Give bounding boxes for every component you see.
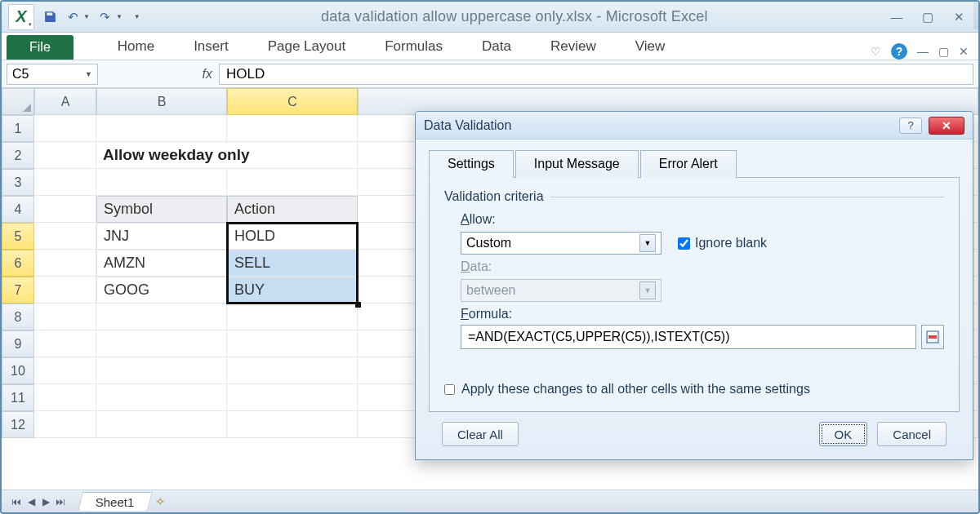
fx-icon[interactable]: fx: [203, 67, 212, 82]
name-box-dropdown-icon[interactable]: ▼: [85, 70, 92, 78]
help-icon[interactable]: ?: [891, 43, 907, 60]
table-header-action[interactable]: Action: [227, 196, 358, 223]
validation-criteria-label: Validation criteria: [444, 189, 550, 204]
name-box-value: C5: [12, 67, 29, 82]
title-bar: X▾ ↶▼ ↷▼ ▼ data validation allow upperca…: [2, 2, 978, 33]
redo-dropdown-icon[interactable]: ▼: [116, 13, 122, 20]
tab-review[interactable]: Review: [531, 33, 616, 60]
row-header-9[interactable]: 9: [2, 330, 34, 357]
ignore-blank-checkbox[interactable]: Ignore blank: [678, 236, 767, 250]
row-header-5[interactable]: 5: [2, 223, 34, 250]
tab-data[interactable]: Data: [462, 33, 531, 60]
tab-formulas[interactable]: Formulas: [365, 33, 462, 60]
allow-dropdown-icon[interactable]: ▼: [639, 234, 656, 252]
cancel-button[interactable]: Cancel: [877, 422, 947, 446]
maximize-icon[interactable]: ▢: [920, 11, 936, 24]
data-validation-dialog: Data Validation ? ✕ Settings Input Messa…: [415, 111, 973, 460]
dialog-close-button[interactable]: ✕: [929, 117, 964, 135]
cell-c7[interactable]: BUY: [227, 277, 358, 304]
dialog-title-bar[interactable]: Data Validation ? ✕: [416, 112, 973, 140]
dialog-tab-error-alert[interactable]: Error Alert: [640, 150, 737, 178]
dialog-help-button[interactable]: ?: [899, 117, 922, 134]
tab-insert[interactable]: Insert: [174, 33, 248, 60]
data-value: between: [466, 283, 516, 298]
quick-access-toolbar: ↶▼ ↷▼ ▼: [42, 10, 140, 24]
cell-b6[interactable]: AMZN: [96, 250, 227, 277]
tab-nav-first-icon[interactable]: ⏮: [10, 496, 23, 507]
formula-value: HOLD: [226, 66, 265, 82]
sheet-tab-label: Sheet1: [96, 495, 135, 509]
data-label: Data:: [461, 259, 944, 274]
name-box[interactable]: C5 ▼: [7, 64, 98, 85]
ribbon-close-icon[interactable]: ✕: [959, 45, 969, 58]
apply-changes-label: Apply these changes to all other cells w…: [461, 382, 810, 397]
dialog-title: Data Validation: [424, 118, 511, 133]
ok-button[interactable]: OK: [819, 422, 868, 446]
tab-page-layout[interactable]: Page Layout: [248, 33, 365, 60]
new-sheet-icon[interactable]: ✧: [155, 494, 166, 509]
tab-nav-prev-icon[interactable]: ◀: [24, 496, 38, 507]
save-icon[interactable]: [42, 10, 57, 24]
row-header-1[interactable]: 1: [2, 115, 34, 142]
row-header-10[interactable]: 10: [2, 357, 34, 384]
cell-b5[interactable]: JNJ: [96, 223, 227, 250]
tab-nav-next-icon[interactable]: ▶: [39, 496, 52, 507]
tab-home[interactable]: Home: [98, 33, 174, 60]
dialog-tab-input-message[interactable]: Input Message: [515, 150, 639, 178]
cell-b7[interactable]: GOOG: [96, 277, 227, 304]
row-header-12[interactable]: 12: [2, 411, 34, 438]
dialog-tab-settings[interactable]: Settings: [429, 150, 514, 178]
row-header-8[interactable]: 8: [2, 304, 34, 330]
allow-value: Custom: [466, 236, 511, 250]
row-header-11[interactable]: 11: [2, 384, 34, 411]
col-header-a[interactable]: A: [34, 88, 96, 115]
cell-c5[interactable]: HOLD: [227, 223, 358, 250]
file-tab[interactable]: File: [7, 35, 74, 60]
clear-all-button[interactable]: Clear All: [442, 422, 519, 446]
col-header-c[interactable]: C: [227, 88, 358, 115]
close-icon[interactable]: ✕: [951, 11, 967, 24]
tab-nav-last-icon[interactable]: ⏭: [54, 496, 67, 507]
allow-label: Allow:: [461, 212, 944, 227]
table-header-symbol[interactable]: Symbol: [96, 196, 227, 223]
fill-handle[interactable]: [355, 302, 361, 308]
svg-rect-1: [929, 335, 937, 339]
sheet-tab-bar: ⏮ ◀ ▶ ⏭ Sheet1 ✧: [2, 490, 978, 512]
allow-combo[interactable]: Custom ▼: [461, 232, 662, 255]
formula-bar: C5 ▼ fx HOLD: [2, 60, 978, 88]
qat-customize-icon[interactable]: ▼: [134, 13, 140, 20]
ribbon: File Home Insert Page Layout Formulas Da…: [2, 33, 978, 60]
data-dropdown-icon: ▼: [639, 281, 656, 299]
ribbon-restore-icon[interactable]: ▢: [938, 45, 949, 58]
ignore-blank-input[interactable]: [678, 237, 690, 250]
minimize-icon[interactable]: ―: [889, 11, 905, 24]
excel-app-icon[interactable]: X▾: [8, 4, 34, 30]
cell-c6[interactable]: SELL: [227, 250, 358, 277]
data-combo: between ▼: [461, 279, 662, 302]
undo-dropdown-icon[interactable]: ▼: [83, 13, 90, 20]
row-header-2[interactable]: 2: [2, 142, 34, 169]
ribbon-minimize-icon[interactable]: ―: [917, 45, 929, 58]
row-header-4[interactable]: 4: [2, 196, 34, 223]
window-title: data validation allow uppercase only.xls…: [140, 8, 889, 25]
select-all-corner[interactable]: [2, 88, 34, 115]
row-header-7[interactable]: 7: [2, 277, 34, 304]
formula-field[interactable]: [461, 325, 916, 349]
sheet-title-cell[interactable]: Allow weekday only: [96, 142, 358, 169]
tab-view[interactable]: View: [616, 33, 685, 60]
undo-icon[interactable]: ↶: [65, 10, 80, 24]
formula-input[interactable]: HOLD: [219, 64, 973, 85]
sheet-tab-sheet1[interactable]: Sheet1: [78, 492, 152, 511]
ribbon-heart-icon[interactable]: ♡: [871, 45, 881, 58]
row-header-6[interactable]: 6: [2, 250, 34, 277]
redo-icon[interactable]: ↷: [98, 10, 113, 24]
row-header-3[interactable]: 3: [2, 169, 34, 196]
collapse-dialog-button[interactable]: [921, 325, 944, 349]
formula-label: Formula:: [461, 307, 944, 321]
col-header-b[interactable]: B: [96, 88, 227, 115]
apply-changes-checkbox[interactable]: [444, 384, 455, 395]
